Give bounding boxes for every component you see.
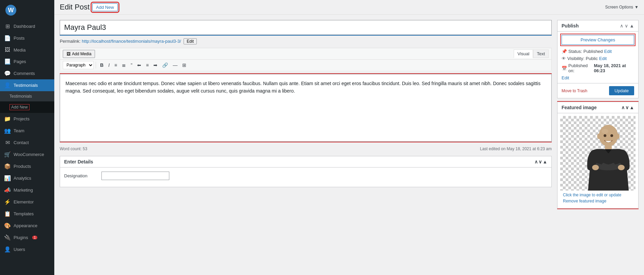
sidebar: W ⊞ Dashboard 📄 Posts 🖼 Media 📃 Pages 💬 … <box>0 0 54 275</box>
bold-button[interactable]: B <box>98 61 106 69</box>
pages-icon: 📃 <box>4 58 11 65</box>
visibility-value: Public <box>586 56 598 61</box>
status-row: 📌 Status: Published Edit <box>562 49 634 54</box>
testimonials-icon: 👤 <box>4 82 11 89</box>
click-image-to-edit-link[interactable]: Click the image to edit or update <box>563 193 633 197</box>
topbar: Edit Post Add New Screen Options ▼ <box>54 0 644 15</box>
published-on-edit-link[interactable]: Edit <box>562 75 569 80</box>
permalink-url[interactable]: http://localhost/finance/testimonials/ma… <box>82 39 181 44</box>
woocommerce-icon: 🛒 <box>4 151 11 158</box>
sidebar-item-analytics[interactable]: 📊 Analytics <box>0 172 54 184</box>
sidebar-item-dashboard[interactable]: ⊞ Dashboard <box>0 20 54 32</box>
publish-collapse-down[interactable]: ∨ <box>625 23 628 28</box>
featured-image-preview[interactable] <box>560 116 636 191</box>
projects-icon: 📁 <box>4 116 11 122</box>
permalink-edit-button[interactable]: Edit <box>184 38 197 44</box>
sidebar-item-pages[interactable]: 📃 Pages <box>0 56 54 67</box>
paragraph-select[interactable]: Paragraph <box>63 61 94 69</box>
blockquote-button[interactable]: " <box>129 61 134 69</box>
visibility-row: 👁 Visibility: Public Edit <box>562 56 634 61</box>
word-count-area: Word count: 53 <box>60 146 87 151</box>
preview-changes-button[interactable]: Preview Changes <box>562 35 634 45</box>
post-title-input[interactable] <box>60 20 552 35</box>
wordpress-logo: W <box>5 5 16 16</box>
sidebar-item-label: WooCommerce <box>14 152 44 157</box>
person-image <box>585 123 632 191</box>
align-left-button[interactable]: ⬅ <box>135 61 143 69</box>
publish-collapse-max[interactable]: ▲ <box>629 23 634 28</box>
main-area: Edit Post Add New Screen Options ▼ Perma… <box>54 0 644 275</box>
posts-icon: 📄 <box>4 35 11 41</box>
media-icon: 🖼 <box>4 47 11 53</box>
italic-button[interactable]: I <box>106 61 112 69</box>
sidebar-item-contact[interactable]: ✉ Contact <box>0 137 54 149</box>
sidebar-item-products[interactable]: 📦 Products <box>0 160 54 172</box>
update-button[interactable]: Update <box>609 86 634 95</box>
designation-input[interactable] <box>101 172 169 180</box>
fullscreen-button[interactable]: ⊞ <box>180 61 188 69</box>
publish-box: Publish ∧ ∨ ▲ Preview Changes 📌 Status: … <box>557 20 639 98</box>
screen-options[interactable]: Screen Options ▼ <box>605 5 639 9</box>
align-right-button[interactable]: ➡ <box>151 61 159 69</box>
users-icon: 👤 <box>4 246 11 253</box>
featured-image-collapse[interactable]: ∧ ∨ ▲ <box>621 105 634 110</box>
editor-content[interactable]: Maecenas nec odio et ante tincidunt temp… <box>60 74 552 142</box>
sidebar-item-label: Templates <box>14 211 34 216</box>
status-edit-link[interactable]: Edit <box>604 49 612 54</box>
sidebar-item-users[interactable]: 👤 Users <box>0 243 54 255</box>
word-count-label: Word count: <box>60 146 81 151</box>
fi-collapse-max-icon: ▲ <box>629 105 634 110</box>
sidebar-item-label: Dashboard <box>14 24 35 29</box>
sidebar-item-testimonials[interactable]: 👤 Testimonials <box>0 79 54 91</box>
sidebar-item-comments[interactable]: 💬 Comments <box>0 67 54 79</box>
sidebar-item-posts[interactable]: 📄 Posts <box>0 32 54 44</box>
sidebar-item-plugins[interactable]: 🔌 Plugins 1 <box>0 232 54 243</box>
publish-box-header: Publish ∧ ∨ ▲ <box>557 20 638 32</box>
enter-details-header[interactable]: Enter Details ∧ ∨ ▲ <box>60 156 551 168</box>
svg-point-7 <box>592 165 599 170</box>
published-on-value: May 18, 2021 at 06:23 <box>594 63 634 73</box>
sidebar-item-testimonials-list[interactable]: Testimonials <box>0 91 54 101</box>
add-media-button[interactable]: 🖼 Add Media <box>63 50 95 58</box>
svg-point-2 <box>597 134 601 139</box>
visibility-edit-link[interactable]: Edit <box>599 56 607 61</box>
testimonials-list-label: Testimonials <box>10 94 32 99</box>
sidebar-item-add-new[interactable]: Add New <box>0 101 54 113</box>
tab-text[interactable]: Text <box>533 50 549 58</box>
unordered-list-button[interactable]: ≡ <box>112 61 119 69</box>
sidebar-item-woocommerce[interactable]: 🛒 WooCommerce <box>0 149 54 160</box>
sidebar-item-label: Contact <box>14 140 29 145</box>
svg-point-3 <box>616 134 620 139</box>
add-media-icon: 🖼 <box>67 52 71 56</box>
move-to-trash-link[interactable]: Move to Trash <box>562 89 587 93</box>
sidebar-item-projects[interactable]: 📁 Projects <box>0 113 54 125</box>
enter-details-collapse[interactable]: ∧ ∨ ▲ <box>534 159 547 164</box>
visual-text-tabs: Visual Text <box>514 50 549 58</box>
toolbar-row1: 🖼 Add Media Visual Text <box>60 48 551 60</box>
featured-image-body[interactable]: Click the image to edit or update Remove… <box>557 113 638 208</box>
permalink-bar: Permalink: http://localhost/finance/test… <box>60 38 552 44</box>
publish-actions: Move to Trash Update <box>557 83 638 98</box>
sidebar-item-marketing[interactable]: 📣 Marketing <box>0 184 54 196</box>
ordered-list-button[interactable]: ≣ <box>120 61 128 69</box>
last-edited: Last edited on May 18, 2021 at 6:23 am <box>480 146 552 151</box>
published-on-label: Published on: <box>568 63 592 73</box>
sidebar-item-templates[interactable]: 📋 Templates <box>0 208 54 220</box>
link-button[interactable]: 🔗 <box>160 61 170 69</box>
align-center-button[interactable]: ≡ <box>144 61 151 69</box>
analytics-icon: 📊 <box>4 175 11 181</box>
sidebar-item-media[interactable]: 🖼 Media <box>0 44 54 56</box>
sidebar-item-elementor[interactable]: ⚡ Elementor <box>0 196 54 208</box>
tab-visual[interactable]: Visual <box>514 50 533 58</box>
editor-area: Permalink: http://localhost/finance/test… <box>60 20 552 270</box>
testimonials-submenu: Testimonials Add New <box>0 91 54 113</box>
enter-details-box: Enter Details ∧ ∨ ▲ Designation <box>60 156 552 187</box>
add-new-button[interactable]: Add New <box>92 3 118 11</box>
featured-image-box: Featured image ∧ ∨ ▲ <box>557 102 639 209</box>
remove-featured-image-link[interactable]: Remove featured image <box>563 199 633 203</box>
sidebar-item-team[interactable]: 👥 Team <box>0 125 54 137</box>
publish-collapse-up[interactable]: ∧ <box>620 23 623 28</box>
more-button[interactable]: — <box>171 61 179 69</box>
marketing-icon: 📣 <box>4 187 11 193</box>
sidebar-item-appearance[interactable]: 🎨 Appearance <box>0 220 54 232</box>
